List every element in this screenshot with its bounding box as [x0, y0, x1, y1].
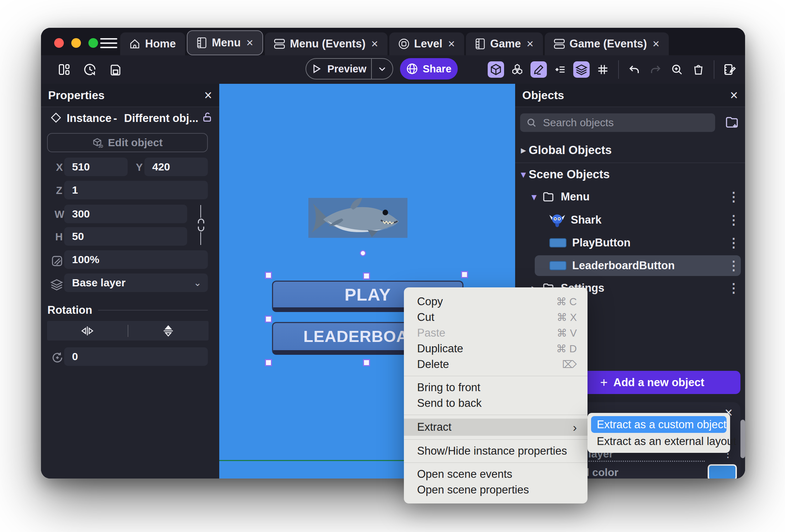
x-input[interactable]: 510 [64, 158, 128, 176]
search-input[interactable] [542, 116, 709, 129]
menu-divider [404, 376, 588, 376]
menu-item-paste[interactable]: Paste⌘ V [404, 325, 588, 341]
share-button[interactable]: Share [400, 58, 458, 80]
shortcut: ⌘ X [557, 311, 577, 323]
shortcut: ⌘ C [556, 296, 577, 308]
w-input[interactable]: 300 [64, 205, 187, 223]
selection-handle-bottom-left[interactable] [265, 359, 272, 366]
flip-vertical-icon[interactable] [128, 324, 209, 337]
global-objects-section[interactable]: ▸ Global Objects [515, 143, 745, 157]
tab-game-events[interactable]: Game (Events) × [545, 32, 669, 55]
zoom-in-icon[interactable] [669, 61, 685, 78]
scene-icon [197, 37, 207, 48]
delete-icon[interactable] [690, 61, 707, 78]
close-icon[interactable]: × [730, 88, 738, 102]
scrollbar[interactable] [740, 420, 745, 458]
tab-game[interactable]: Game × [466, 32, 543, 55]
selection-handle-top-left[interactable] [265, 272, 272, 279]
undo-icon[interactable] [626, 61, 642, 78]
scene-properties-icon[interactable] [722, 61, 738, 78]
submenu-item-extract-external-layout[interactable]: Extract as an external layout [591, 433, 727, 450]
close-icon[interactable]: × [204, 88, 212, 102]
edit-object-button[interactable]: 2D Edit object [47, 133, 208, 152]
history-icon[interactable] [82, 61, 98, 78]
kebab-menu-icon[interactable]: ⋮ [727, 236, 740, 249]
menu-item-send-to-back[interactable]: Send to back [404, 395, 588, 411]
menu-item-duplicate[interactable]: Duplicate⌘ D [404, 341, 588, 357]
unlock-icon[interactable] [201, 112, 213, 123]
scene-objects-section[interactable]: ▾ Scene Objects [515, 167, 745, 181]
flip-horizontal-icon[interactable] [47, 325, 128, 337]
opacity-input[interactable]: 100% [64, 250, 208, 269]
preview-options-button[interactable] [371, 59, 392, 79]
kebab-menu-icon[interactable]: ⋮ [727, 282, 740, 295]
object-row-playbutton[interactable]: PlayButton ⋮ [515, 235, 745, 251]
window-close-button[interactable] [54, 38, 64, 48]
section-divider [98, 310, 208, 311]
save-icon[interactable] [107, 61, 124, 78]
kebab-menu-icon[interactable]: ⋮ [727, 190, 740, 203]
objects-panel-icon[interactable] [488, 61, 504, 78]
tab-close-icon[interactable]: × [448, 37, 455, 51]
svg-text:2D: 2D [98, 144, 103, 148]
folder-icon [542, 191, 554, 203]
tab-menu-events[interactable]: Menu (Events) × [265, 32, 387, 55]
rotate-selection-handle[interactable] [360, 250, 366, 256]
menu-item-bring-to-front[interactable]: Bring to front [404, 380, 588, 395]
folder-row-menu[interactable]: ▾ Menu ⋮ [515, 189, 745, 204]
h-input[interactable]: 50 [64, 227, 187, 246]
object-groups-icon[interactable] [509, 61, 525, 78]
instances-list-icon[interactable] [552, 61, 568, 78]
redo-icon[interactable] [647, 61, 664, 78]
main-menu-icon[interactable] [100, 37, 117, 49]
selection-handle-mid-left[interactable] [265, 316, 272, 323]
window-minimize-button[interactable] [71, 38, 81, 48]
menu-item-delete[interactable]: Delete⌦ [404, 357, 588, 372]
menu-item-show-hide-instance-properties[interactable]: Show/Hide instance properties [404, 443, 588, 459]
layers-panel-icon[interactable] [573, 61, 590, 78]
section-divider [515, 163, 745, 163]
selection-handle-top-right[interactable] [461, 271, 468, 278]
layer-select[interactable]: Base layer ⌄ [64, 273, 208, 292]
objects-search[interactable] [520, 113, 715, 132]
button-thumbnail [549, 261, 566, 270]
window-zoom-button[interactable] [88, 38, 98, 48]
tab-close-icon[interactable]: × [527, 37, 533, 51]
tab-close-icon[interactable]: × [653, 37, 660, 51]
edit-mode-icon[interactable] [530, 61, 547, 78]
link-dimensions-icon[interactable] [196, 219, 206, 231]
selection-handle-bottom-center[interactable] [363, 359, 370, 366]
y-input[interactable]: 420 [144, 158, 208, 176]
shark-sprite[interactable] [308, 198, 407, 238]
rotation-angle-input[interactable]: 0 [64, 347, 208, 366]
submenu-item-extract-custom-object[interactable]: Extract as a custom object [591, 416, 727, 433]
kebab-menu-icon[interactable]: ⋮ [727, 214, 740, 226]
tab-level[interactable]: Level × [389, 32, 465, 55]
object-row-leaderboardbutton[interactable]: LeaderboardButton ⋮ [515, 257, 745, 274]
chevron-down-icon[interactable]: ▾ [529, 191, 539, 203]
tab-home[interactable]: Home [120, 32, 185, 55]
layer-select-value: Base layer [72, 277, 125, 289]
grid-icon[interactable] [595, 61, 611, 78]
chevron-down-icon[interactable]: ▾ [518, 169, 529, 180]
z-input[interactable]: 1 [64, 181, 208, 199]
menu-item-open-scene-properties[interactable]: Open scene properties [404, 482, 588, 498]
menu-item-copy[interactable]: Copy⌘ C [404, 294, 588, 310]
kebab-menu-icon[interactable]: ⋮ [727, 259, 740, 272]
panels-layout-icon[interactable] [56, 61, 72, 78]
tab-close-icon[interactable]: × [371, 37, 378, 51]
preview-button[interactable]: Preview [306, 58, 393, 80]
menu-item-open-scene-events[interactable]: Open scene events [404, 466, 588, 482]
section-label: Global Objects [529, 143, 612, 157]
wh-link-line [200, 205, 201, 218]
chevron-right-icon[interactable]: ▸ [518, 145, 529, 156]
selection-handle-top-center[interactable] [363, 272, 370, 280]
add-folder-icon[interactable] [725, 115, 739, 129]
tab-close-icon[interactable]: × [246, 36, 253, 50]
object-row-shark[interactable]: Shark ⋮ [515, 211, 745, 229]
tab-menu[interactable]: Menu × [187, 30, 263, 55]
menu-item-extract[interactable]: Extract› [404, 419, 588, 436]
plus-icon: + [600, 375, 608, 390]
background-color-swatch[interactable] [708, 464, 737, 479]
menu-item-cut[interactable]: Cut⌘ X [404, 310, 588, 325]
